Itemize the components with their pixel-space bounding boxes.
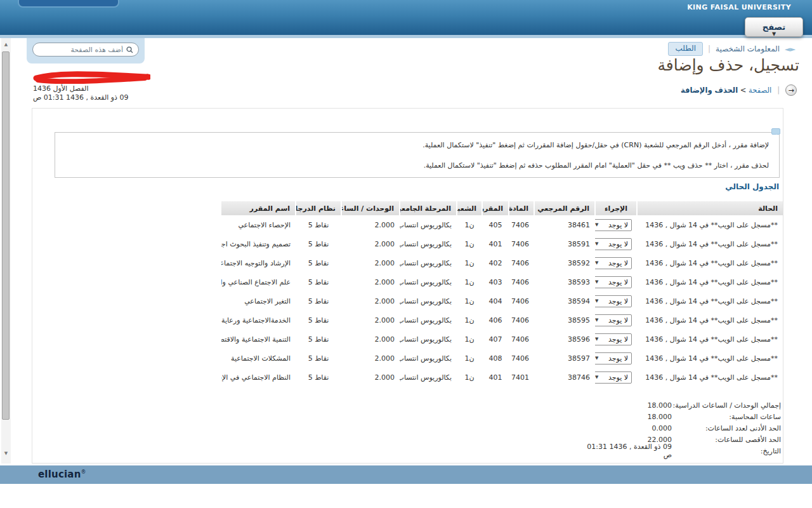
chevron-down-icon: ▼ xyxy=(595,222,598,227)
instruction-line: لحذف مقرر ، اختار ** حذف ويب ** في حقل "… xyxy=(65,161,769,170)
action-cell: لا يوجد ▼ xyxy=(595,253,637,272)
scroll-up-icon[interactable]: ▲ xyxy=(1,39,11,49)
tab-personal-info[interactable]: المعلومات الشخصية xyxy=(716,44,780,53)
summary-row: ساعات المحاسبة: 18.000 xyxy=(577,411,781,422)
level-cell: بكالوريوس انتساب xyxy=(400,291,457,311)
breadcrumb: → | الصفحة > الحذف والإضافة xyxy=(681,84,797,96)
browse-tab[interactable]: تصفح ▼ xyxy=(745,17,803,37)
action-select[interactable]: لا يوجد ▼ xyxy=(595,371,632,384)
section-cell: ن1 xyxy=(457,349,482,368)
section-cell: ن1 xyxy=(457,272,482,291)
tab-student[interactable]: الطلب xyxy=(668,42,703,56)
subject-cell: 7406 xyxy=(509,215,534,234)
course-cell: 401 xyxy=(482,234,509,253)
grade-mode-cell: نقاط 5 xyxy=(296,234,341,253)
action-select[interactable]: لا يوجد ▼ xyxy=(595,276,632,288)
university-logo xyxy=(18,0,119,8)
course-name-cell: تصميم وتنفيذ البحوث اجتماعية xyxy=(221,234,296,253)
header-bar: KING FAISAL UNIVERSITY xyxy=(0,0,812,35)
status-cell: **مسجل على الويب** في 14 شوال , 1436 xyxy=(637,234,783,253)
section-cell: ن1 xyxy=(457,368,482,387)
go-button[interactable]: → xyxy=(785,84,797,96)
status-cell: **مسجل على الويب** في 14 شوال , 1436 xyxy=(637,368,783,387)
crn-cell: 38593 xyxy=(534,272,595,291)
action-select[interactable]: لا يوجد ▼ xyxy=(595,352,632,364)
col-subject: المادة xyxy=(509,201,534,215)
university-name: KING FAISAL UNIVERSITY xyxy=(687,3,791,11)
crn-cell: 38596 xyxy=(534,330,595,349)
crn-cell: 38746 xyxy=(534,368,595,387)
credits-cell: 2.000 xyxy=(341,291,400,311)
col-course: المقرر xyxy=(482,201,509,215)
action-select[interactable]: لا يوجد ▼ xyxy=(595,257,632,269)
action-select[interactable]: لا يوجد ▼ xyxy=(595,238,632,250)
col-level: المرحلة الجامعية xyxy=(400,201,457,215)
level-cell: بكالوريوس انتساب xyxy=(400,215,457,234)
action-select[interactable]: لا يوجد ▼ xyxy=(595,219,632,231)
course-cell: 404 xyxy=(482,291,509,311)
instruction-line: لإضافة مقرر ، أدخل الرقم المرجعي للشعبة … xyxy=(65,141,769,149)
status-cell: **مسجل على الويب** في 14 شوال , 1436 xyxy=(637,215,783,234)
content-panel: لإضافة مقرر ، أدخل الرقم المرجعي للشعبة … xyxy=(32,108,783,464)
action-select[interactable]: لا يوجد ▼ xyxy=(595,314,632,326)
status-cell: **مسجل على الويب** في 14 شوال , 1436 xyxy=(637,349,783,368)
tab-bar: ◄► المعلومات الشخصية | الطلب xyxy=(668,42,796,56)
subject-cell: 7406 xyxy=(509,330,534,349)
crn-cell: 38461 xyxy=(534,215,595,234)
credits-cell: 2.000 xyxy=(341,330,400,349)
term-label: الفصل الأول 1436 xyxy=(33,84,150,93)
status-cell: **مسجل على الويب** في 14 شوال , 1436 xyxy=(637,253,783,272)
course-cell: 408 xyxy=(482,349,509,368)
browse-tab-label: تصفح xyxy=(763,22,785,32)
grade-mode-cell: نقاط 5 xyxy=(296,215,341,234)
search-input[interactable] xyxy=(38,46,123,54)
summary-value: 09 ذو القعدة , 1436 01:31 ص xyxy=(577,443,672,459)
student-info: الفصل الأول 1436 09 ذو القعدة , 1436 01:… xyxy=(33,71,150,102)
footer-bar: ellucian® xyxy=(0,465,812,484)
summary-value: 0.000 xyxy=(577,424,672,432)
subject-cell: 7406 xyxy=(509,253,534,272)
tab-scroll-arrows-icon[interactable]: ◄► xyxy=(785,45,796,53)
table-row: **مسجل على الويب** في 14 شوال , 1436 لا … xyxy=(221,291,783,311)
action-cell: لا يوجد ▼ xyxy=(595,330,637,349)
action-select[interactable]: لا يوجد ▼ xyxy=(595,295,632,307)
search-pill[interactable] xyxy=(32,43,139,57)
course-name-cell: الإحصاء الاجتماعي xyxy=(221,215,296,234)
table-row: **مسجل على الويب** في 14 شوال , 1436 لا … xyxy=(221,330,783,349)
action-cell: لا يوجد ▼ xyxy=(595,234,637,253)
level-cell: بكالوريوس انتساب xyxy=(400,311,457,330)
tab-divider: | xyxy=(708,44,710,53)
table-row: **مسجل على الويب** في 14 شوال , 1436 لا … xyxy=(221,311,783,330)
chevron-down-icon: ▼ xyxy=(595,279,598,284)
page-title: تسجيل، حذف وإضافة xyxy=(657,56,799,74)
course-cell: 403 xyxy=(482,272,509,291)
chevron-down-icon: ▼ xyxy=(595,241,598,246)
col-grade-mode: نظام الدرجات xyxy=(296,201,341,215)
table-row: **مسجل على الويب** في 14 شوال , 1436 لا … xyxy=(221,368,783,387)
schedule-table: الحالة الإجراء الرقم المرجعي للمقرر الما… xyxy=(221,201,783,387)
grade-mode-cell: نقاط 5 xyxy=(296,291,341,311)
crn-cell: 38592 xyxy=(534,253,595,272)
course-name-cell: النظام الاجتماعي في الإسلام xyxy=(221,368,296,387)
grade-mode-cell: نقاط 5 xyxy=(296,330,341,349)
note-icon xyxy=(771,128,780,135)
table-row: **مسجل على الويب** في 14 شوال , 1436 لا … xyxy=(221,349,783,368)
section-cell: ن1 xyxy=(457,330,482,349)
subject-cell: 7401 xyxy=(509,368,534,387)
breadcrumb-page-link[interactable]: الصفحة xyxy=(749,86,771,95)
add-page-search xyxy=(27,38,145,64)
action-select[interactable]: لا يوجد ▼ xyxy=(595,333,632,345)
course-cell: 406 xyxy=(482,311,509,330)
summary-row: إجمالي الوحدات / الساعات الدراسية: 18.00… xyxy=(577,399,781,411)
col-action: الإجراء xyxy=(595,201,637,215)
crn-cell: 38595 xyxy=(534,311,595,330)
summary-block: إجمالي الوحدات / الساعات الدراسية: 18.00… xyxy=(577,399,781,457)
page-scrollbar[interactable]: ▲ ▼ xyxy=(1,38,11,464)
section-cell: ن1 xyxy=(457,234,482,253)
section-cell: ن1 xyxy=(457,291,482,311)
scroll-down-icon[interactable]: ▼ xyxy=(1,448,11,458)
grade-mode-cell: نقاط 5 xyxy=(296,349,341,368)
table-row: **مسجل على الويب** في 14 شوال , 1436 لا … xyxy=(221,215,783,234)
course-name-cell: الإرشاد والتوجيه الاجتماعي xyxy=(221,253,296,272)
scroll-thumb[interactable] xyxy=(2,51,10,420)
